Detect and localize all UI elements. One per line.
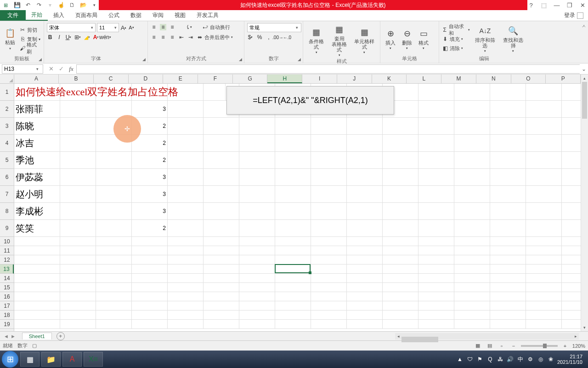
cell[interactable] bbox=[418, 320, 454, 329]
cell[interactable] bbox=[347, 320, 383, 329]
col-header-A[interactable]: A bbox=[14, 75, 59, 83]
dec-decimal-icon[interactable]: ←.0 bbox=[284, 34, 290, 40]
cell[interactable] bbox=[168, 246, 204, 255]
cell[interactable] bbox=[96, 283, 132, 292]
cell[interactable] bbox=[311, 135, 347, 152]
cell[interactable] bbox=[347, 237, 383, 246]
cell[interactable] bbox=[418, 246, 454, 255]
cell[interactable] bbox=[383, 320, 418, 329]
cell[interactable] bbox=[418, 292, 454, 301]
table-format-button[interactable]: ▦套用 表格格式▾ bbox=[329, 23, 350, 58]
cell[interactable] bbox=[311, 237, 347, 246]
tab-layout[interactable]: 页面布局 bbox=[70, 10, 103, 21]
cell[interactable] bbox=[526, 246, 562, 255]
italic-button[interactable]: I bbox=[56, 34, 62, 40]
cell[interactable] bbox=[490, 101, 526, 118]
cell[interactable] bbox=[454, 320, 490, 329]
row-header-12[interactable]: 12 bbox=[0, 255, 14, 264]
cell[interactable] bbox=[311, 310, 347, 320]
cell[interactable] bbox=[418, 274, 454, 283]
help-icon[interactable]: ? bbox=[526, 1, 536, 9]
name-box[interactable]: ▾ bbox=[2, 64, 43, 74]
cell[interactable] bbox=[60, 237, 96, 246]
cell[interactable] bbox=[490, 152, 526, 169]
cell[interactable] bbox=[347, 255, 383, 264]
tab-formulas[interactable]: 公式 bbox=[103, 10, 125, 21]
phonetic-button[interactable]: wén▾ bbox=[102, 34, 108, 40]
cell[interactable] bbox=[526, 203, 562, 220]
cell[interactable] bbox=[14, 301, 60, 310]
cell[interactable] bbox=[311, 186, 347, 203]
tray-misc1-icon[interactable]: ⚙ bbox=[527, 356, 534, 363]
tab-data[interactable]: 数据 bbox=[125, 10, 147, 21]
cell[interactable] bbox=[239, 186, 275, 203]
cell[interactable] bbox=[60, 186, 96, 203]
cell[interactable] bbox=[383, 246, 418, 255]
cell[interactable] bbox=[96, 203, 132, 220]
cell[interactable] bbox=[454, 310, 490, 320]
cell[interactable] bbox=[60, 220, 96, 237]
cell[interactable] bbox=[14, 264, 60, 274]
number-launcher[interactable]: ◢ bbox=[297, 57, 301, 62]
cell[interactable] bbox=[204, 135, 239, 152]
cell[interactable] bbox=[526, 283, 562, 292]
cell[interactable] bbox=[311, 203, 347, 220]
macro-record-icon[interactable]: ▢ bbox=[32, 343, 37, 349]
cell[interactable] bbox=[526, 264, 562, 274]
sheet-nav[interactable]: ◄► bbox=[0, 334, 19, 339]
cell[interactable] bbox=[526, 135, 562, 152]
cell[interactable] bbox=[168, 169, 204, 186]
cell[interactable] bbox=[526, 237, 562, 246]
cell[interactable] bbox=[526, 292, 562, 301]
cell[interactable] bbox=[383, 152, 418, 169]
cell[interactable] bbox=[60, 203, 96, 220]
cell[interactable] bbox=[168, 283, 204, 292]
cell[interactable] bbox=[347, 152, 383, 169]
chevron-down-icon[interactable]: ▾ bbox=[112, 25, 119, 30]
align-right-icon[interactable]: ≡ bbox=[169, 34, 175, 40]
cell[interactable] bbox=[418, 186, 454, 203]
cell[interactable] bbox=[239, 255, 275, 264]
cell[interactable] bbox=[490, 292, 526, 301]
cell[interactable] bbox=[14, 310, 60, 320]
cell[interactable] bbox=[490, 283, 526, 292]
cell[interactable] bbox=[347, 301, 383, 310]
cell-A5[interactable]: 季池 bbox=[14, 152, 60, 169]
cell[interactable] bbox=[490, 84, 526, 101]
cell[interactable] bbox=[14, 246, 60, 255]
scroll-left-icon[interactable]: ◂ bbox=[395, 334, 401, 339]
font-launcher[interactable]: ◢ bbox=[141, 57, 146, 62]
cell[interactable] bbox=[132, 264, 168, 274]
grow-font-icon[interactable]: A▴ bbox=[120, 24, 127, 31]
restore-icon[interactable]: ❐ bbox=[565, 1, 574, 9]
cell-A4[interactable]: 冰吉 bbox=[14, 135, 60, 152]
cell[interactable] bbox=[239, 274, 275, 283]
tab-view[interactable]: 视图 bbox=[169, 10, 191, 21]
cell-A6[interactable]: 伊苾蕊 bbox=[14, 169, 60, 186]
cell[interactable] bbox=[526, 84, 562, 101]
col-header-B[interactable]: B bbox=[59, 75, 94, 83]
cell[interactable] bbox=[168, 255, 204, 264]
cell[interactable] bbox=[454, 169, 490, 186]
cell[interactable] bbox=[490, 237, 526, 246]
cell[interactable] bbox=[204, 237, 239, 246]
cell[interactable] bbox=[239, 283, 275, 292]
indent-dec-icon[interactable]: ⇤ bbox=[178, 34, 185, 40]
chevron-down-icon[interactable]: ▾ bbox=[294, 25, 300, 30]
undo-icon[interactable]: ↶ bbox=[24, 1, 32, 9]
cell[interactable] bbox=[383, 264, 418, 274]
cell[interactable] bbox=[311, 274, 347, 283]
tray-shield-icon[interactable]: 🛡 bbox=[466, 356, 474, 363]
cell[interactable] bbox=[526, 274, 562, 283]
chevron-down-icon[interactable]: ▾ bbox=[89, 25, 95, 30]
cell[interactable] bbox=[168, 274, 204, 283]
cell[interactable] bbox=[168, 320, 204, 329]
cell[interactable] bbox=[383, 118, 418, 135]
row-header-6[interactable]: 6 bbox=[0, 169, 14, 186]
cell[interactable] bbox=[132, 237, 168, 246]
horizontal-scrollbar[interactable]: ◂ ▸ bbox=[395, 333, 579, 339]
cell[interactable] bbox=[490, 135, 526, 152]
zoom-slider[interactable] bbox=[521, 345, 558, 347]
new-icon[interactable]: 🗋 bbox=[68, 1, 76, 9]
row-header-19[interactable]: 19 bbox=[0, 320, 14, 329]
